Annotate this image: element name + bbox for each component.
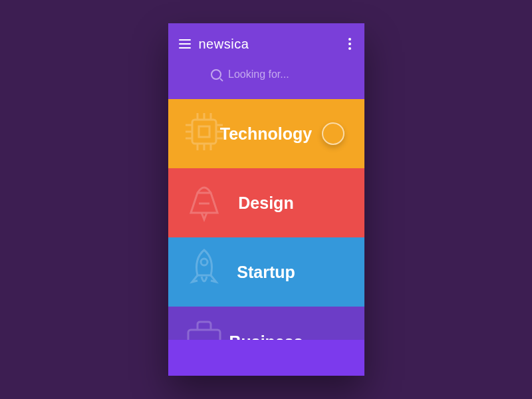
app-title: newsica [199,37,249,52]
briefcase-icon [178,311,231,340]
category-label: Design [238,194,293,213]
chip-icon [178,105,231,162]
svg-rect-1 [199,126,209,137]
category-startup[interactable]: Startup [168,237,364,307]
radio-circle-icon[interactable] [322,122,344,145]
rocket-icon [178,243,231,301]
app-screen: newsica Technology [168,23,364,376]
search-input[interactable] [228,68,321,80]
svg-point-15 [201,259,207,265]
category-list: Technology Design [168,99,364,340]
app-header: newsica [168,23,364,55]
svg-rect-0 [192,120,216,144]
category-label: Business [229,332,303,340]
category-design[interactable]: Design [168,168,364,237]
search-icon [211,69,221,80]
svg-rect-16 [188,330,220,340]
pencil-icon [178,174,231,231]
more-options-icon[interactable] [346,35,354,53]
category-technology[interactable]: Technology [168,99,364,168]
header-left: newsica [179,37,249,52]
category-business[interactable]: Business [168,307,364,340]
category-label: Technology [220,124,312,144]
hamburger-menu-icon[interactable] [179,39,191,49]
category-label: Startup [237,263,295,282]
search-bar[interactable] [168,55,364,99]
